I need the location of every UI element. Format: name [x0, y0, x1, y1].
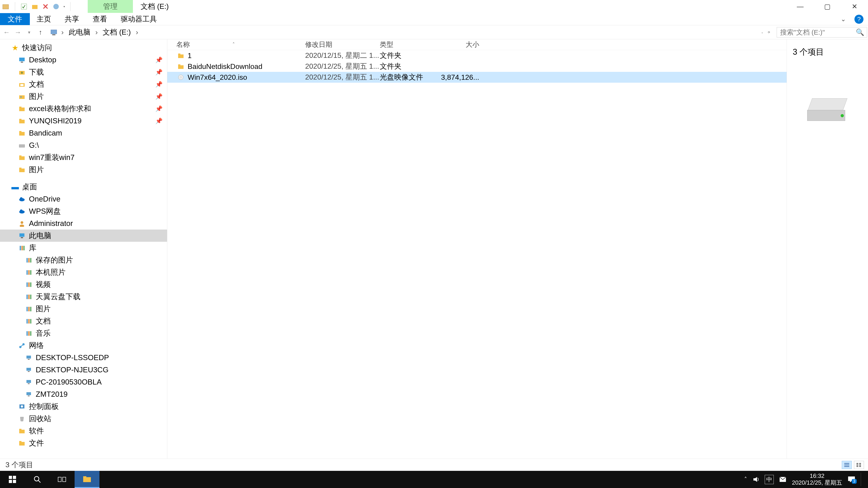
nav-quick-access[interactable]: ★ 快速访问	[0, 41, 167, 54]
nav-item[interactable]: Administrator	[0, 217, 167, 230]
nav-item[interactable]: 回收站	[0, 413, 167, 425]
file-list-pane: 名称 ˄ 修改日期 类型 大小 12020/12/15, 星期二 1...文件夹…	[167, 39, 786, 459]
nav-item[interactable]: OneDrive	[0, 193, 167, 205]
tray-mail-icon[interactable]	[779, 477, 786, 482]
task-view-button[interactable]	[50, 471, 74, 488]
svg-line-58	[21, 345, 23, 347]
user-icon	[18, 220, 26, 227]
search-box[interactable]: 🔍	[777, 27, 867, 37]
nav-item[interactable]: 图片	[0, 164, 167, 176]
folder-icon	[18, 154, 26, 161]
crumb-current[interactable]: 文档 (E:)	[101, 27, 132, 37]
search-input[interactable]	[780, 29, 864, 36]
taskbar-explorer-button[interactable]	[74, 471, 99, 488]
tab-share[interactable]: 共享	[58, 13, 86, 25]
nav-item[interactable]: 视频	[0, 278, 167, 291]
qat-new-folder-icon[interactable]	[31, 3, 38, 10]
nav-item[interactable]: 此电脑	[0, 230, 167, 242]
col-date[interactable]: 修改日期	[305, 40, 380, 49]
svg-marker-96	[753, 477, 757, 482]
tab-drive-tools[interactable]: 驱动器工具	[114, 13, 164, 25]
nav-item[interactable]: 库	[0, 242, 167, 254]
nav-forward-button[interactable]: →	[12, 27, 24, 38]
nav-item[interactable]: YUNQISHI2019📌	[0, 115, 167, 127]
nav-item[interactable]: WPS网盘	[0, 205, 167, 217]
svg-rect-47	[26, 307, 28, 311]
tray-ime-indicator[interactable]: 中	[765, 475, 774, 484]
nav-item[interactable]: 软件	[0, 425, 167, 437]
maximize-button[interactable]: ▢	[814, 0, 841, 13]
nav-item[interactable]: 文档📌	[0, 78, 167, 90]
svg-rect-30	[20, 233, 24, 237]
nav-item[interactable]: 图片📌	[0, 90, 167, 103]
file-row[interactable]: 12020/12/15, 星期二 1...文件夹	[167, 50, 786, 61]
nav-item[interactable]: ZMT2019	[0, 388, 167, 400]
ribbon-expand-icon[interactable]: ⌄	[839, 15, 848, 24]
nav-item[interactable]: 文件	[0, 437, 167, 449]
file-row[interactable]: BaiduNetdiskDownload2020/12/25, 星期五 1...…	[167, 61, 786, 72]
nav-item[interactable]: 天翼云盘下载	[0, 291, 167, 303]
nav-network[interactable]: 网络	[0, 339, 167, 352]
col-name[interactable]: 名称 ˄	[176, 40, 305, 49]
svg-rect-19	[19, 144, 25, 147]
nav-item[interactable]: 本机照片	[0, 266, 167, 278]
qat-properties-icon[interactable]	[21, 3, 27, 10]
tray-overflow-icon[interactable]: ˄	[744, 476, 747, 483]
breadcrumb[interactable]: › 此电脑 › 文档 (E:) › ⌄ ⟳	[49, 27, 774, 37]
nav-item[interactable]: DESKTOP-LSSOEDP	[0, 352, 167, 364]
address-dropdown-icon[interactable]: ⌄	[761, 31, 763, 34]
cloud-icon	[18, 207, 26, 215]
svg-rect-59	[26, 356, 31, 359]
taskbar-search-button[interactable]	[25, 471, 50, 488]
refresh-icon[interactable]: ⟳	[768, 31, 770, 34]
col-type[interactable]: 类型	[380, 40, 441, 49]
qat-delete-icon[interactable]: ✕	[42, 2, 49, 11]
close-button[interactable]: ✕	[841, 0, 868, 13]
crumb-this-pc[interactable]: 此电脑	[67, 27, 92, 37]
show-desktop-button[interactable]	[861, 473, 864, 486]
action-center-button[interactable]: 3	[848, 476, 855, 483]
svg-point-78	[180, 76, 182, 78]
tray-volume-icon[interactable]	[752, 476, 759, 483]
nav-item[interactable]: 音乐	[0, 327, 167, 339]
window-title: 文档 (E:)	[133, 0, 176, 13]
view-thumbnails-button[interactable]	[854, 461, 864, 469]
nav-item[interactable]: G:\	[0, 139, 167, 151]
minimize-button[interactable]: —	[786, 0, 814, 13]
svg-rect-93	[63, 477, 66, 482]
ribbon-tabs: 文件 主页 共享 查看 驱动器工具 ⌄ ?	[0, 13, 868, 25]
file-row[interactable]: Win7x64_2020.iso2020/12/25, 星期五 1...光盘映像…	[167, 72, 786, 83]
nav-item[interactable]: 下载📌	[0, 66, 167, 78]
nav-up-button[interactable]: ↑	[35, 27, 46, 38]
tab-file[interactable]: 文件	[0, 13, 30, 25]
qat-more-icon[interactable]: ▾	[64, 5, 65, 8]
search-icon[interactable]: 🔍	[856, 28, 864, 36]
nav-item[interactable]: PC-20190530OBLA	[0, 376, 167, 388]
nav-item[interactable]: 文档	[0, 315, 167, 327]
nav-item[interactable]: Desktop📌	[0, 54, 167, 66]
chevron-right-icon[interactable]: ›	[93, 28, 100, 36]
start-button[interactable]	[0, 471, 25, 488]
nav-item[interactable]: Bandicam	[0, 127, 167, 139]
nav-item[interactable]: 图片	[0, 303, 167, 315]
nav-item[interactable]: 保存的图片	[0, 254, 167, 266]
nav-item[interactable]: excel表格制作求和📌	[0, 103, 167, 115]
chevron-right-icon[interactable]: ›	[59, 28, 66, 36]
col-size[interactable]: 大小	[441, 40, 479, 49]
tab-view[interactable]: 查看	[86, 13, 114, 25]
desktop-icon	[18, 56, 26, 64]
nav-back-button[interactable]: ←	[1, 27, 12, 38]
qat-undo-icon[interactable]	[53, 3, 59, 10]
help-icon[interactable]: ?	[855, 15, 864, 24]
nav-desktop-root[interactable]: ▬ 桌面	[0, 181, 167, 193]
chevron-right-icon[interactable]: ›	[133, 28, 141, 36]
nav-item[interactable]: win7重装win7	[0, 151, 167, 164]
nav-item[interactable]: 控制面板	[0, 400, 167, 413]
tab-home[interactable]: 主页	[30, 13, 58, 25]
view-details-button[interactable]	[842, 461, 852, 469]
context-tab-manage[interactable]: 管理	[88, 0, 133, 13]
nav-item[interactable]: DESKTOP-NJEU3CG	[0, 364, 167, 376]
nav-recent-icon[interactable]: ▾	[24, 27, 35, 38]
cp-icon	[18, 402, 26, 410]
tray-clock[interactable]: 16:32 2020/12/25, 星期五	[792, 473, 842, 486]
